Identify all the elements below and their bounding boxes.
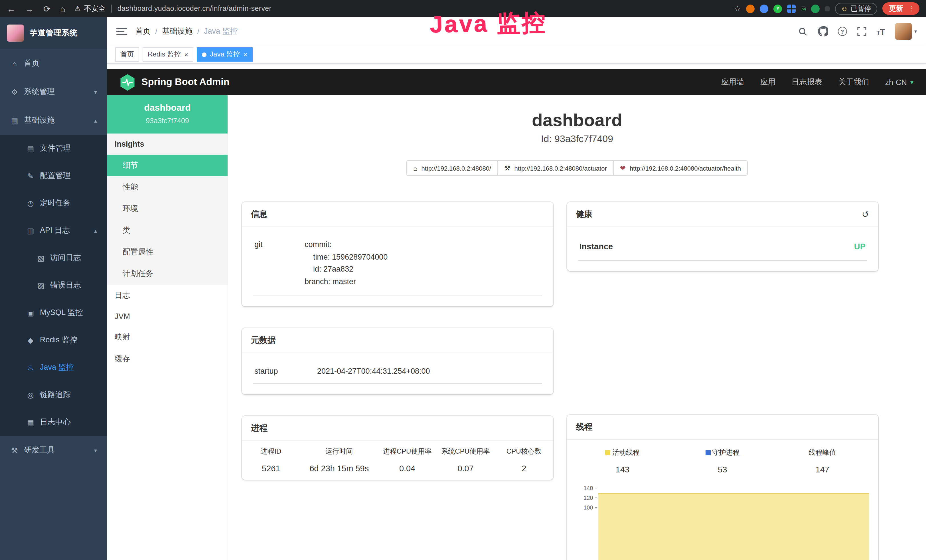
sba-nav-journal[interactable]: 日志报表 (791, 77, 822, 87)
tab-java-monitor[interactable]: Java 监控 × (197, 47, 253, 62)
health-card-body: Instance UP (567, 227, 878, 271)
sidebar-item-scheduled-jobs[interactable]: ◷ 定时任务 (0, 189, 107, 217)
extension-y-icon[interactable]: Y (773, 4, 782, 13)
extension-grid-icon[interactable] (787, 4, 796, 13)
process-col-cpus: CPU核心数 2 (495, 442, 553, 478)
close-icon[interactable]: × (184, 50, 188, 59)
sidebar-item-infra[interactable]: ▦ 基础设施 ▴ (0, 106, 107, 135)
app-title: 芋道管理系统 (30, 28, 77, 38)
bookmark-star-icon[interactable]: ☆ (734, 4, 741, 13)
breadcrumb-infra[interactable]: 基础设施 (162, 26, 193, 36)
search-icon[interactable] (798, 26, 808, 36)
sba-instance-header[interactable]: dashboard 93a3fc7f7409 (107, 95, 228, 133)
extension-drop-icon[interactable] (760, 4, 768, 13)
sba-nav-about[interactable]: 关于我们 (838, 77, 869, 87)
health-instance-row[interactable]: Instance UP (578, 235, 867, 261)
sidebar-item-label: 系统管理 (24, 87, 55, 97)
sidebar-item-redis-monitor[interactable]: ◆ Redis 监控 (0, 326, 107, 354)
sidebar-item-tracing[interactable]: ◎ 链路追踪 (0, 381, 107, 409)
doc-icon: ▧ (36, 254, 45, 262)
browser-menu-icon[interactable]: ⋮ (906, 5, 916, 12)
screenshot-stage: ← → ⟳ ⌂ ⚠ 不安全 dashboard.yudao.iocoder.cn… (0, 0, 926, 560)
sba-language-select[interactable]: zh-CN ▾ (885, 78, 914, 86)
sba-item-details[interactable]: 细节 (107, 154, 228, 176)
y-tick: 140 (578, 486, 593, 491)
sba-nav-applications[interactable]: 应用 (760, 77, 775, 87)
legend-label: 活动线程 (612, 448, 640, 458)
sba-item-caches[interactable]: 缓存 (107, 348, 228, 370)
sba-nav-wall[interactable]: 应用墙 (721, 77, 744, 87)
breadcrumb-home[interactable]: 首页 (135, 26, 151, 36)
user-avatar[interactable]: ▾ (895, 23, 917, 40)
col-value: 2 (496, 464, 552, 473)
reload-icon[interactable]: ⟳ (43, 4, 50, 13)
cards-right-column: 健康 ↺ Instance UP (567, 202, 878, 560)
sidebar-item-java-monitor[interactable]: ♨ Java 监控 (0, 354, 107, 381)
sidebar-item-config-manage[interactable]: ✎ 配置管理 (0, 162, 107, 189)
link-health-url[interactable]: ❤ http://192.168.0.2:48080/actuator/heal… (613, 160, 748, 176)
link-label: http://192.168.0.2:48080/actuator (514, 165, 607, 171)
tab-label: Java 监控 (210, 50, 240, 59)
chevron-up-icon: ▴ (94, 227, 97, 234)
sidebar-item-label: 链路追踪 (40, 390, 71, 400)
sba-item-metrics[interactable]: 性能 (107, 176, 228, 198)
sba-item-classes[interactable]: 类 (107, 219, 228, 241)
col-value: 5261 (243, 464, 299, 473)
chrome-update-button[interactable]: 更新 ⋮ (882, 2, 919, 15)
sidebar-item-label: 文件管理 (40, 143, 71, 153)
metadata-row: startup 2021-04-27T00:44:31.254+08:00 (253, 362, 542, 384)
link-actuator-url[interactable]: ⚒ http://192.168.0.2:48080/actuator (497, 160, 614, 176)
profile-paused-badge[interactable]: ☺ 已暂停 (835, 3, 877, 15)
tabs-bar: 首页 Redis 监控 × Java 监控 × (107, 45, 926, 64)
font-size-icon[interactable]: TT (876, 27, 885, 36)
help-icon[interactable]: ? (838, 27, 847, 36)
address-url[interactable]: dashboard.yudao.iocoder.cn/infra/admin-s… (118, 5, 272, 12)
sidebar-item-mysql-monitor[interactable]: ▣ MySQL 监控 (0, 299, 107, 326)
sidebar-item-dev-tools[interactable]: ⚒ 研发工具 ▾ (0, 436, 107, 465)
home-icon[interactable]: ⌂ (60, 4, 65, 13)
extension-fox-icon[interactable] (746, 4, 755, 13)
sidebar-item-label: API 日志 (40, 226, 70, 236)
sidebar-item-access-logs[interactable]: ▧ 访问日志 (0, 244, 107, 272)
app-logo-image (7, 24, 24, 42)
sba-item-logs[interactable]: 日志 (107, 285, 228, 306)
fullscreen-icon[interactable] (856, 26, 867, 36)
tab-home[interactable]: 首页 (115, 47, 139, 62)
sidebar-item-api-logs[interactable]: ▥ API 日志 ▴ (0, 217, 107, 244)
info-git-row: git commit: time: 1596289704000 id: 27aa… (253, 235, 542, 297)
card-title: 线程 (576, 422, 593, 433)
back-icon[interactable]: ← (7, 4, 15, 13)
sba-item-mappings[interactable]: 映射 (107, 326, 228, 348)
security-indicator[interactable]: ⚠ 不安全 (74, 4, 106, 14)
sba-item-configprops[interactable]: 配置属性 (107, 241, 228, 263)
sidebar-item-file-manage[interactable]: ▤ 文件管理 (0, 135, 107, 162)
home-icon: ⌂ (413, 164, 418, 172)
extension-puzzle-icon[interactable] (825, 6, 830, 11)
sba-body: dashboard 93a3fc7f7409 Insights 细节 性能 环境… (107, 95, 926, 560)
extension-on-badge-icon[interactable]: on (801, 6, 806, 11)
sidebar-item-system[interactable]: ⚙ 系统管理 ▾ (0, 77, 107, 106)
tab-redis-monitor[interactable]: Redis 监控 × (142, 47, 194, 62)
link-root-url[interactable]: ⌂ http://192.168.0.2:48080/ (406, 160, 498, 176)
sba-item-jvm[interactable]: JVM (107, 306, 228, 326)
history-icon[interactable]: ↺ (862, 209, 869, 219)
close-icon[interactable]: × (243, 50, 247, 59)
card-title: 元数据 (251, 335, 276, 346)
card-title: 进程 (251, 423, 268, 434)
legend-live-threads: 活动线程 143 (573, 443, 673, 479)
sba-item-environment[interactable]: 环境 (107, 198, 228, 219)
hamburger-icon[interactable] (117, 27, 127, 36)
sidebar-item-error-logs[interactable]: ▨ 错误日志 (0, 272, 107, 299)
forward-icon[interactable]: → (25, 4, 34, 13)
sidebar-item-home[interactable]: ⌂ 首页 (0, 49, 107, 77)
log-center-icon: ▤ (26, 418, 35, 427)
col-value: 6d 23h 15m 59s (301, 464, 377, 473)
sidebar-item-log-center[interactable]: ▤ 日志中心 (0, 409, 107, 436)
cards-left-column: 信息 git commit: time: 1596289704000 (242, 202, 553, 502)
sba-item-scheduled-tasks[interactable]: 计划任务 (107, 263, 228, 285)
github-icon[interactable] (818, 26, 828, 36)
app-logo-row[interactable]: 芋道管理系统 (0, 17, 107, 49)
extension-leaf-icon[interactable] (811, 4, 820, 13)
tools-icon: ⚒ (10, 446, 19, 454)
breadcrumb: 首页 / 基础设施 / Java 监控 (135, 26, 238, 36)
